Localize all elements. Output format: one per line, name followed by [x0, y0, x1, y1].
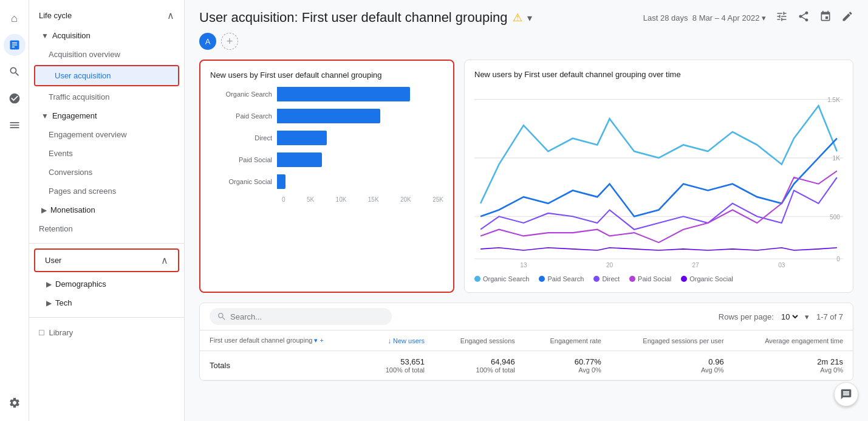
table-totals-row: Totals 53,651 100% of total 64,946 100% …: [200, 351, 853, 380]
bar-container-organic-search: [277, 87, 443, 101]
pagination-info: 1-7 of 7: [816, 312, 843, 321]
page-title: User acquisition: First user default cha…: [199, 10, 508, 26]
demographics-header[interactable]: ▶ Demographics: [29, 275, 184, 293]
table-section: Rows per page: 10 25 50 ▾ 1-7 of 7 First…: [199, 303, 853, 381]
monetisation-chevron: ▶: [41, 206, 47, 214]
compare-icon[interactable]: [819, 10, 832, 26]
bar-row-organic-search: Organic Search: [210, 87, 443, 101]
acquisition-header[interactable]: ▼ Acquisition: [29, 26, 184, 45]
analytics-icon[interactable]: [4, 34, 26, 56]
line-chart-svg: 1.5K 1K 500 0 13 Mar 20 27 03 Apr: [474, 86, 843, 269]
rows-per-page-select[interactable]: 10 25 50: [779, 312, 800, 322]
svg-text:27: 27: [692, 262, 699, 269]
axis-5k: 5K: [307, 196, 314, 203]
warning-icon: ⚠: [513, 11, 522, 24]
reports-icon[interactable]: [4, 114, 26, 136]
feedback-button[interactable]: [834, 382, 858, 406]
lifecycle-chevron: ∧: [167, 10, 174, 21]
svg-text:Mar: Mar: [518, 268, 529, 269]
svg-text:Apr: Apr: [777, 268, 787, 269]
settings-icon[interactable]: [4, 392, 26, 414]
search-icon: [217, 312, 227, 321]
sidebar-item-acquisition-overview[interactable]: Acquisition overview: [29, 45, 179, 64]
avatar[interactable]: A: [199, 33, 216, 50]
svg-text:03: 03: [778, 262, 785, 269]
col-channel[interactable]: First user default channel grouping ▾ +: [200, 330, 363, 351]
bar-row-direct: Direct: [210, 131, 443, 145]
edit-icon[interactable]: [841, 10, 853, 26]
table-toolbar: Rows per page: 10 25 50 ▾ 1-7 of 7: [200, 303, 853, 330]
advertising-icon[interactable]: [4, 87, 26, 109]
sidebar: Life cycle ∧ ▼ Acquisition Acquisition o…: [29, 0, 185, 421]
sidebar-item-library[interactable]: □ Library: [29, 323, 179, 342]
title-row: User acquisition: First user default cha…: [199, 10, 532, 26]
sidebar-item-events[interactable]: Events: [29, 144, 179, 163]
line-chart-title: New users by First user default channel …: [474, 70, 843, 79]
bar-label-paid-social: Paid Social: [210, 156, 277, 163]
legend-paid-search: Paid Search: [539, 275, 584, 282]
search-input[interactable]: [230, 312, 384, 321]
sidebar-item-engagement-overview[interactable]: Engagement overview: [29, 125, 179, 144]
sidebar-item-pages-screens[interactable]: Pages and screens: [29, 182, 179, 200]
share-icon[interactable]: [798, 10, 810, 26]
legend-label-paid-search: Paid Search: [547, 275, 584, 282]
legend-dot-organic-social: [681, 276, 687, 282]
legend-dot-paid-search: [539, 276, 545, 282]
totals-engagement-rate: 60.77% Avg 0%: [525, 351, 611, 380]
bar-chart-card: New users by First user default channel …: [199, 60, 454, 293]
engagement-header[interactable]: ▼ Engagement: [29, 106, 184, 125]
svg-text:500: 500: [830, 213, 840, 220]
legend-paid-social: Paid Social: [629, 275, 671, 282]
tech-header[interactable]: ▶ Tech: [29, 293, 184, 312]
bar-container-paid-search: [277, 109, 443, 123]
sidebar-item-traffic-acquisition[interactable]: Traffic acquisition: [29, 87, 179, 106]
col-channel-add[interactable]: +: [320, 337, 324, 344]
svg-text:13: 13: [520, 262, 527, 269]
col-avg-engagement[interactable]: Average engagement time: [734, 330, 853, 351]
user-items: ▶ Demographics ▶ Tech: [29, 275, 184, 312]
data-table: First user default channel grouping ▾ + …: [200, 330, 853, 380]
date-range-value: 8 Mar – 4 Apr 2022: [692, 13, 760, 22]
sidebar-item-retention[interactable]: Retention: [29, 219, 179, 238]
sidebar-item-conversions[interactable]: Conversions: [29, 163, 179, 182]
totals-new-users: 53,651 100% of total: [363, 351, 434, 380]
user-section-header[interactable]: User ∧: [35, 250, 178, 271]
user-chevron: ∧: [161, 255, 168, 266]
legend-direct: Direct: [593, 275, 620, 282]
home-icon[interactable]: ⌂: [4, 7, 26, 29]
svg-text:0: 0: [836, 256, 840, 262]
sidebar-divider-2: [29, 317, 184, 318]
acquisition-chevron: ▼: [41, 32, 49, 40]
col-engaged-per-user[interactable]: Engaged sessions per user: [611, 330, 734, 351]
sidebar-item-user-acquisition[interactable]: User acquisition: [35, 66, 178, 85]
customize-icon[interactable]: [776, 10, 788, 26]
tech-label: Tech: [55, 298, 72, 307]
lifecycle-header[interactable]: Life cycle ∧: [29, 5, 184, 26]
bar-row-organic-social: Organic Social: [210, 174, 443, 189]
axis-10k: 10K: [336, 196, 347, 203]
bar-paid-search: [277, 109, 380, 123]
date-dropdown[interactable]: ▾: [762, 13, 766, 22]
bar-direct: [277, 131, 327, 145]
col-new-users[interactable]: New users: [363, 330, 434, 351]
title-dropdown[interactable]: ▾: [527, 12, 532, 24]
totals-label: Totals: [200, 351, 363, 380]
bar-organic-search: [277, 87, 410, 101]
col-engagement-rate[interactable]: Engagement rate: [525, 330, 611, 351]
engagement-items: Engagement overview Events Conversions P…: [29, 125, 184, 200]
avatar-row: A +: [199, 33, 853, 50]
monetisation-header[interactable]: ▶ Monetisation: [29, 200, 184, 219]
col-channel-dropdown[interactable]: ▾: [314, 337, 318, 344]
col-engaged-sessions[interactable]: Engaged sessions: [434, 330, 525, 351]
bar-paid-social: [277, 152, 322, 167]
header-actions: Last 28 days 8 Mar – 4 Apr 2022 ▾: [643, 10, 853, 26]
search-console-icon[interactable]: [4, 61, 26, 83]
line-chart-card: New users by First user default channel …: [464, 60, 853, 293]
bar-chart-title: New users by First user default channel …: [210, 70, 443, 80]
rows-dropdown-icon: ▾: [805, 312, 809, 321]
bar-label-direct: Direct: [210, 134, 277, 142]
search-box: [210, 308, 392, 325]
engagement-label: Engagement: [52, 111, 97, 120]
axis-20k: 20K: [400, 196, 411, 203]
add-comparison-button[interactable]: +: [221, 33, 238, 50]
